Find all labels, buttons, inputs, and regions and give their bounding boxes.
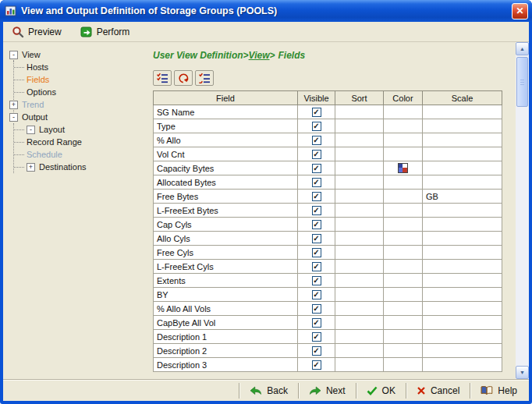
color-cell[interactable]: [384, 133, 423, 147]
color-swatch-icon[interactable]: [398, 163, 408, 173]
sort-cell[interactable]: [335, 190, 384, 204]
color-cell[interactable]: [384, 232, 423, 246]
sort-cell[interactable]: [335, 161, 384, 175]
tree-label-record-range[interactable]: Record Range: [27, 137, 82, 147]
checkbox-checked[interactable]: ✓: [312, 346, 321, 356]
color-cell[interactable]: [384, 260, 423, 274]
title-bar[interactable]: View and Output Definition of Storage Gr…: [0, 0, 532, 22]
scale-cell[interactable]: [423, 105, 502, 119]
sort-cell[interactable]: [335, 274, 384, 288]
color-cell[interactable]: [384, 175, 423, 190]
collapse-icon[interactable]: -: [9, 51, 18, 59]
scale-cell[interactable]: [423, 133, 502, 147]
scale-cell[interactable]: [423, 358, 502, 372]
sidebar-item-options[interactable]: Options: [27, 86, 145, 98]
scale-cell[interactable]: [423, 218, 502, 232]
tree-label-layout[interactable]: Layout: [39, 125, 65, 134]
sidebar-item-fields[interactable]: Fields: [27, 73, 145, 86]
uncheck-all-fields-button[interactable]: [195, 70, 214, 86]
tree-label-schedule[interactable]: Schedule: [27, 150, 62, 159]
scale-cell[interactable]: [423, 232, 502, 246]
color-cell[interactable]: [384, 316, 423, 330]
checkbox-checked[interactable]: ✓: [312, 192, 321, 201]
scale-cell[interactable]: [423, 316, 502, 330]
sort-cell[interactable]: [335, 204, 384, 218]
close-button[interactable]: ✕: [512, 3, 528, 19]
sort-cell[interactable]: [335, 358, 384, 372]
help-button[interactable]: Help: [470, 381, 527, 400]
sort-cell[interactable]: [335, 330, 384, 344]
next-button[interactable]: Next: [299, 381, 356, 400]
checkbox-checked[interactable]: ✓: [312, 136, 321, 145]
sort-cell[interactable]: [335, 246, 384, 260]
checkbox-checked[interactable]: ✓: [312, 206, 321, 215]
sort-cell[interactable]: [335, 147, 384, 161]
tree-label-hosts[interactable]: Hosts: [27, 62, 48, 72]
sidebar-item-schedule[interactable]: Schedule: [27, 148, 145, 161]
tree-label-options[interactable]: Options: [27, 87, 56, 97]
color-cell[interactable]: [384, 358, 423, 372]
sidebar-item-output[interactable]: - Output: [9, 111, 145, 123]
sort-cell[interactable]: [335, 175, 384, 190]
back-button[interactable]: Back: [239, 381, 298, 400]
sort-cell[interactable]: [335, 119, 384, 133]
checkbox-checked[interactable]: ✓: [312, 318, 321, 328]
checkbox-checked[interactable]: ✓: [312, 360, 321, 370]
sort-cell[interactable]: [335, 105, 384, 119]
collapse-icon[interactable]: -: [27, 126, 35, 134]
sort-cell[interactable]: [335, 316, 384, 330]
color-cell[interactable]: [384, 190, 423, 204]
color-cell[interactable]: [384, 147, 423, 161]
perform-button[interactable]: Perform: [77, 24, 133, 40]
scroll-up-button[interactable]: ▲: [516, 42, 529, 55]
scale-cell[interactable]: [423, 288, 502, 302]
checkbox-checked[interactable]: ✓: [312, 178, 321, 187]
scale-cell[interactable]: [423, 147, 502, 161]
sort-cell[interactable]: [335, 232, 384, 246]
cancel-button[interactable]: Cancel: [406, 381, 470, 400]
scale-cell[interactable]: [423, 274, 502, 288]
color-cell[interactable]: [384, 246, 423, 260]
tree-label-view[interactable]: View: [22, 50, 41, 59]
scale-cell[interactable]: [423, 260, 502, 274]
sidebar-item-trend[interactable]: + Trend: [9, 98, 145, 111]
checkbox-checked[interactable]: ✓: [312, 234, 321, 243]
color-cell[interactable]: [384, 330, 423, 344]
scroll-down-button[interactable]: ▼: [516, 366, 529, 379]
scale-cell[interactable]: [423, 246, 502, 260]
tree-label-output[interactable]: Output: [22, 112, 48, 122]
checkbox-checked[interactable]: ✓: [312, 164, 321, 173]
expand-icon[interactable]: +: [9, 101, 18, 109]
scale-cell[interactable]: [423, 302, 502, 316]
tree-label-destinations[interactable]: Destinations: [39, 162, 87, 172]
checkbox-checked[interactable]: ✓: [312, 304, 321, 314]
check-all-fields-button[interactable]: [153, 70, 172, 86]
sort-cell[interactable]: [335, 133, 384, 147]
ok-button[interactable]: OK: [356, 381, 406, 400]
checkbox-checked[interactable]: ✓: [312, 262, 321, 271]
expand-icon[interactable]: +: [27, 163, 35, 172]
color-cell[interactable]: [384, 161, 423, 175]
sort-cell[interactable]: [335, 302, 384, 316]
breadcrumb-link-view[interactable]: View: [249, 50, 270, 61]
checkbox-checked[interactable]: ✓: [312, 150, 321, 159]
checkbox-checked[interactable]: ✓: [312, 122, 321, 131]
scale-cell[interactable]: [423, 175, 502, 190]
sidebar-item-view[interactable]: - View: [9, 48, 145, 61]
vertical-scrollbar[interactable]: ▲ ▼: [516, 42, 529, 379]
sort-cell[interactable]: [335, 218, 384, 232]
color-cell[interactable]: [384, 119, 423, 133]
color-cell[interactable]: [384, 105, 423, 119]
color-cell[interactable]: [384, 344, 423, 358]
sidebar-item-destinations[interactable]: + Destinations: [27, 161, 145, 173]
collapse-icon[interactable]: -: [9, 113, 18, 122]
checkbox-checked[interactable]: ✓: [312, 332, 321, 342]
scale-cell[interactable]: GB: [423, 190, 502, 204]
checkbox-checked[interactable]: ✓: [312, 220, 321, 229]
checkbox-checked[interactable]: ✓: [312, 290, 321, 299]
sort-cell[interactable]: [335, 260, 384, 274]
color-cell[interactable]: [384, 274, 423, 288]
color-cell[interactable]: [384, 204, 423, 218]
tree-label-trend[interactable]: Trend: [22, 100, 44, 109]
color-cell[interactable]: [384, 302, 423, 316]
